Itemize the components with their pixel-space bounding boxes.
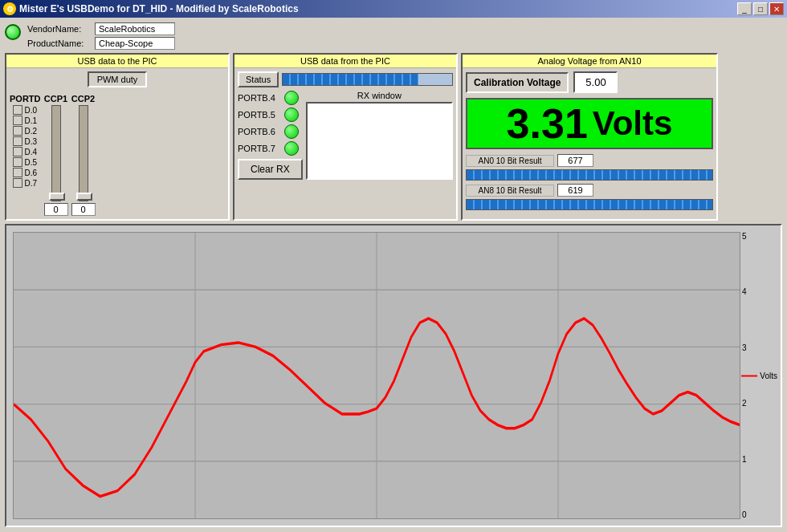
portb7-label: PORTB.7 [238,144,279,153]
portd-d3-checkbox[interactable] [13,136,22,146]
ccp1-col: CCP1 0 [44,94,68,216]
portb-leds: PORTB.4 PORTB.5 PORTB.6 PORTB.7 [238,91,303,180]
ccp1-label: CCP1 [44,94,67,104]
rx-window-label: RX window [306,91,453,100]
portd-d0-checkbox[interactable] [13,105,22,115]
chart-panel: 5 4 3 2 1 0 [5,224,782,527]
an0-result-row: AN0 10 Bit Result 677 [466,154,713,167]
calib-row: Calibration Voltage 5.00 [466,71,713,93]
voltage-unit: Volts [593,104,673,143]
window-title: Mister E's USBDemo for DT_HID - Modified… [19,3,299,14]
chart-legend: Volts [741,372,777,380]
ccp2-label: CCP2 [71,94,95,104]
an0-label: AN0 10 Bit Result [466,155,554,167]
analog-header: Analog Voltage from AN10 [463,55,716,68]
legend-label: Volts [760,372,777,380]
an8-label: AN8 10 Bit Result [466,185,554,197]
list-item: D.3 [13,136,37,146]
vendor-name-label: VendorName: [27,24,92,34]
portd-col: PORTD D.0 D.1 D.2 D.3 D.4 D.5 D.6 D.7 [10,94,41,216]
vendor-name-value: ScaleRobotics [95,22,175,35]
clear-rx-button[interactable]: Clear RX [238,159,303,180]
rx-window-container: RX window [306,91,453,180]
status-progress-bar [282,73,453,86]
top-info-row: VendorName: ScaleRobotics ProductName: C… [5,22,782,50]
list-item: D.7 [13,178,37,188]
ccp2-slider-track[interactable] [79,105,88,201]
minimize-button[interactable]: _ [737,2,752,15]
list-item: D.1 [13,116,37,125]
portd-d7-checkbox[interactable] [13,178,22,188]
ccp1-slider-track[interactable] [51,105,61,201]
portd-d5-checkbox[interactable] [13,157,22,167]
an8-bar [466,199,713,210]
portb7-row: PORTB.7 [238,141,303,156]
chart-inner [13,232,740,519]
voltage-number: 3.31 [507,103,588,144]
portb6-led [284,124,299,139]
list-item: D.6 [13,168,37,177]
rx-section: PORTB.4 PORTB.5 PORTB.6 PORTB.7 [238,91,453,180]
product-name-value: Cheap-Scope [95,37,175,50]
y-label-4: 4 [742,287,747,296]
product-name-label: ProductName: [27,39,92,48]
usb-from-pic-panel: USB data from the PIC Status PORTB.4 [233,53,458,221]
status-progress-fill [283,74,418,85]
vendor-info: VendorName: ScaleRobotics ProductName: C… [27,22,175,50]
an8-result-row: AN8 10 Bit Result 619 [466,184,713,197]
status-button[interactable]: Status [238,71,279,87]
maximize-button[interactable]: □ [753,2,768,15]
ccp2-slider-container: 0 [71,105,96,216]
usb-to-pic-panel: USB data to the PIC PWM duty PORTD D.0 D… [5,53,230,221]
calib-value: 5.00 [573,71,618,93]
main-content: VendorName: ScaleRobotics ProductName: C… [0,18,787,532]
list-item: D.2 [13,126,37,136]
y-label-1: 1 [742,455,747,464]
usb-from-pic-header: USB data from the PIC [234,55,456,68]
usb-to-pic-header: USB data to the PIC [6,55,228,68]
portd-d2-checkbox[interactable] [13,126,22,136]
portd-checkbox-list: D.0 D.1 D.2 D.3 D.4 D.5 D.6 D.7 [13,105,37,188]
title-bar: ⚙ Mister E's USBDemo for DT_HID - Modifi… [0,0,787,18]
portd-label: PORTD [10,94,41,104]
rx-textarea[interactable] [306,102,453,180]
list-item: D.0 [13,105,37,115]
list-item: D.4 [13,147,37,156]
an8-value: 619 [557,184,593,197]
analog-panel: Analog Voltage from AN10 Calibration Vol… [461,53,718,221]
ccp1-slider-value: 0 [44,203,68,216]
ccp2-slider-thumb[interactable] [76,193,92,201]
portb5-label: PORTB.5 [238,110,279,120]
y-label-5: 5 [742,232,747,241]
status-row: Status [238,71,453,87]
list-item: D.5 [13,157,37,167]
panels-row: USB data to the PIC PWM duty PORTD D.0 D… [5,53,782,221]
y-label-3: 3 [742,343,747,352]
ccp2-col: CCP2 0 [71,94,96,216]
an0-bar [466,169,713,181]
portb4-label: PORTB.4 [238,93,279,103]
voltage-display: 3.31 Volts [466,98,713,149]
window-controls: _ □ ✕ [737,2,784,15]
y-label-2: 2 [742,399,747,408]
portb4-row: PORTB.4 [238,91,303,105]
close-button[interactable]: ✕ [769,2,784,15]
portd-d1-checkbox[interactable] [13,116,22,125]
portb6-row: PORTB.6 [238,124,303,139]
portd-d6-checkbox[interactable] [13,168,22,177]
portd-d4-checkbox[interactable] [13,147,22,156]
portb5-led [284,108,299,122]
chart-svg [14,233,740,518]
pwm-label: PWM duty [88,71,148,87]
ccp2-slider-value: 0 [71,203,96,216]
calib-label: Calibration Voltage [466,72,569,93]
portb4-led [284,91,299,105]
portd-section: PORTD D.0 D.1 D.2 D.3 D.4 D.5 D.6 D.7 [10,94,225,216]
ccp1-slider-container: 0 [44,105,68,216]
an0-value: 677 [557,154,593,167]
portb5-row: PORTB.5 [238,108,303,122]
connection-led [5,24,21,40]
app-icon: ⚙ [3,2,16,15]
y-label-0: 0 [742,510,747,519]
ccp1-slider-thumb[interactable] [49,193,65,201]
